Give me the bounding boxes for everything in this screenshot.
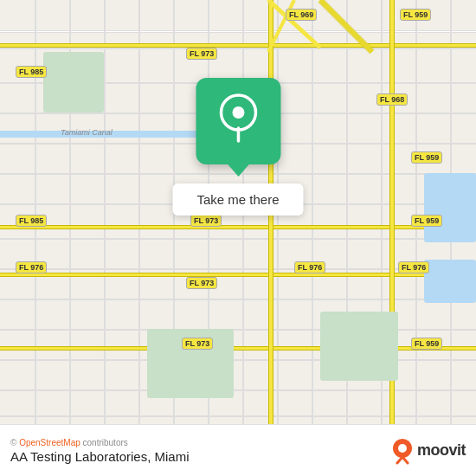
road (35, 0, 36, 424)
highway-label-fl959-1: FL 959 (400, 9, 431, 21)
road (104, 0, 106, 424)
highway (0, 346, 476, 351)
highway-label-fl973-3: FL 973 (186, 277, 217, 289)
osm-attribution: © OpenStreetMap contributors (10, 438, 190, 447)
highway-label-fl973-1: FL 973 (186, 48, 217, 60)
highway-label-fl973-4: FL 973 (182, 338, 213, 350)
road (381, 0, 383, 424)
take-me-there-button[interactable]: Take me there (172, 183, 303, 215)
svg-point-13 (398, 444, 407, 453)
highway-label-fl959-2: FL 959 (411, 151, 442, 164)
map-container: FL 985 FL 969 FL 959 FL 973 FL 968 FL 95… (0, 0, 476, 424)
highway (0, 225, 476, 229)
pin-green-box (196, 78, 280, 164)
highway-label-fl976-3: FL 976 (398, 261, 429, 273)
road (0, 30, 476, 33)
bottom-left-info: © OpenStreetMap contributors AA Testing … (10, 438, 190, 464)
highway (0, 43, 476, 48)
pin-card: Take me there (172, 78, 303, 215)
road (69, 0, 71, 424)
highway-label-fl976-2: FL 976 (294, 261, 325, 273)
svg-point-11 (232, 106, 244, 119)
road (346, 0, 348, 424)
highway-label-fl973-2: FL 973 (190, 215, 222, 227)
highway (389, 0, 395, 424)
road (0, 238, 476, 240)
location-pin-icon (216, 93, 260, 145)
highway-label-fl959-4: FL 959 (411, 338, 442, 350)
bottom-bar: © OpenStreetMap contributors AA Testing … (0, 424, 476, 476)
highway-label-fl969: FL 969 (286, 9, 317, 21)
highway-label-fl985-1: FL 985 (16, 66, 47, 78)
highway-label-fl959-3: FL 959 (411, 215, 442, 227)
road (0, 48, 476, 49)
highway-label-fl976-1: FL 976 (16, 261, 47, 273)
location-name: AA Testing Laboratories, Miami (10, 449, 190, 464)
moovit-logo: moovit (391, 437, 466, 465)
highway-label-fl985-2: FL 985 (16, 215, 47, 227)
canal-label: Tamiami Canal (61, 128, 113, 137)
road (138, 0, 140, 424)
road (450, 0, 452, 424)
road (312, 0, 313, 424)
moovit-pin-icon (391, 437, 414, 465)
road (0, 389, 476, 391)
highway-label-fl968: FL 968 (376, 93, 408, 106)
osm-link[interactable]: OpenStreetMap (19, 438, 80, 447)
location-name-text: AA Testing Laboratories (10, 449, 147, 464)
road (0, 359, 476, 361)
road (0, 329, 476, 331)
road (415, 0, 417, 424)
road (0, 415, 476, 417)
road (0, 299, 476, 300)
moovit-brand-text: moovit (417, 441, 466, 460)
location-city-text: Miami (155, 449, 190, 464)
